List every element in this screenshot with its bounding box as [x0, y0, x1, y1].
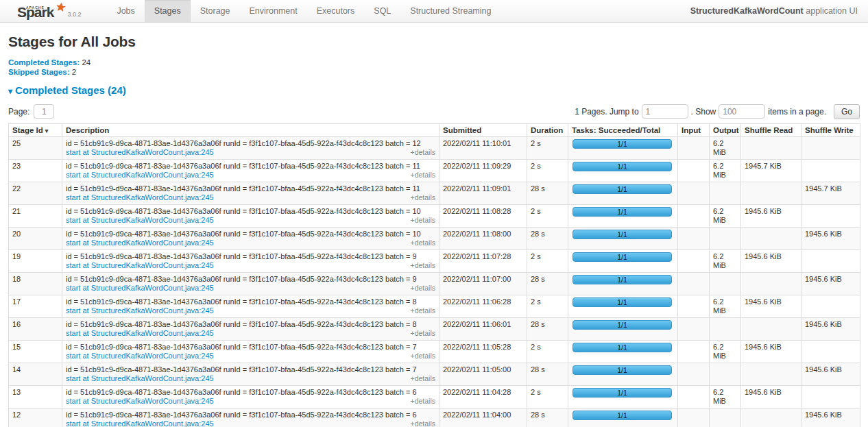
- header-duration[interactable]: Duration: [527, 123, 568, 136]
- page-number-input[interactable]: [34, 104, 54, 119]
- header-description[interactable]: Description: [62, 123, 439, 136]
- details-toggle[interactable]: +details: [411, 306, 435, 315]
- stage-detail-link[interactable]: start at StructuredKafkaWordCount.java:2…: [66, 239, 214, 247]
- stage-detail-link[interactable]: start at StructuredKafkaWordCount.java:2…: [66, 329, 214, 338]
- cell-shuffle-write: 1945.7 KiB: [801, 182, 860, 204]
- table-row: 18 id = 51cb91c9-d9ca-4871-83ae-1d4376a3…: [9, 272, 860, 295]
- task-progress: 1/1: [572, 162, 672, 171]
- header-stage-id[interactable]: Stage Id▾: [9, 123, 62, 136]
- cell-output: 6.2 MiB: [710, 136, 741, 159]
- tab-label: Jobs: [117, 6, 134, 16]
- details-toggle[interactable]: +details: [411, 374, 435, 383]
- tab-label: SQL: [374, 6, 391, 16]
- cell-duration: 2 s: [527, 340, 568, 363]
- stage-detail-link[interactable]: start at StructuredKafkaWordCount.java:2…: [66, 306, 214, 315]
- task-progress: 1/1: [572, 297, 672, 307]
- cell-shuffle-read: 1945.6 KiB: [741, 340, 801, 363]
- header-shuffle-read[interactable]: Shuffle Read: [741, 123, 801, 136]
- go-button[interactable]: Go: [834, 104, 860, 119]
- stage-detail-link[interactable]: start at StructuredKafkaWordCount.java:2…: [66, 216, 214, 225]
- cell-shuffle-write: [801, 295, 860, 317]
- header-shuffle-write[interactable]: Shuffle Write: [801, 123, 860, 136]
- cell-tasks: 1/1: [568, 204, 678, 227]
- cell-output: [710, 363, 741, 385]
- header-input[interactable]: Input: [678, 123, 710, 136]
- cell-duration: 28 s: [527, 317, 568, 340]
- tab-stages[interactable]: Stages: [145, 0, 191, 22]
- cell-shuffle-write: [801, 249, 860, 272]
- cell-output: 6.2 MiB: [710, 159, 741, 182]
- cell-description: id = 51cb91c9-d9ca-4871-83ae-1d4376a3a06…: [62, 182, 439, 204]
- cell-tasks: 1/1: [568, 295, 678, 317]
- details-toggle[interactable]: +details: [411, 171, 435, 180]
- stage-description-text: id = 51cb91c9-d9ca-4871-83ae-1d4376a3a06…: [66, 320, 435, 329]
- skipped-stages-label: Skipped Stages:: [8, 68, 69, 76]
- cell-input: [678, 182, 710, 204]
- cell-stage-id: 22: [9, 182, 62, 204]
- stage-detail-link[interactable]: start at StructuredKafkaWordCount.java:2…: [66, 193, 214, 202]
- stage-detail-link[interactable]: start at StructuredKafkaWordCount.java:2…: [66, 284, 214, 293]
- cell-stage-id: 18: [9, 272, 62, 295]
- cell-description: id = 51cb91c9-d9ca-4871-83ae-1d4376a3a06…: [62, 159, 439, 182]
- spark-logo[interactable]: APACHE Spark ★ 3.0.2: [17, 0, 88, 22]
- details-toggle[interactable]: +details: [411, 284, 435, 293]
- task-progress: 1/1: [572, 320, 672, 330]
- cell-input: [678, 159, 710, 182]
- table-row: 12 id = 51cb91c9-d9ca-4871-83ae-1d4376a3…: [9, 408, 860, 427]
- stage-description-text: id = 51cb91c9-d9ca-4871-83ae-1d4376a3a06…: [66, 411, 435, 419]
- cell-shuffle-write: [801, 340, 860, 363]
- cell-stage-id: 19: [9, 249, 62, 272]
- tab-sql[interactable]: SQL: [364, 0, 400, 22]
- jump-to-page-input[interactable]: [642, 104, 688, 119]
- stage-description-text: id = 51cb91c9-d9ca-4871-83ae-1d4376a3a06…: [66, 207, 435, 216]
- task-progress-bar: 1/1: [572, 184, 672, 194]
- items-per-page-label: items in a page.: [768, 107, 826, 117]
- cell-shuffle-read: [741, 272, 801, 295]
- details-toggle[interactable]: +details: [411, 148, 435, 157]
- details-toggle[interactable]: +details: [411, 352, 435, 361]
- header-output[interactable]: Output: [710, 123, 741, 136]
- cell-description: id = 51cb91c9-d9ca-4871-83ae-1d4376a3a06…: [62, 249, 439, 272]
- stage-detail-link[interactable]: start at StructuredKafkaWordCount.java:2…: [66, 352, 214, 361]
- tab-structured-streaming[interactable]: Structured Streaming: [400, 0, 501, 22]
- cell-shuffle-read: 1945.6 KiB: [741, 204, 801, 227]
- completed-stages-section-toggle[interactable]: ▾Completed Stages (24): [8, 84, 860, 96]
- header-tasks[interactable]: Tasks: Succeeded/Total: [568, 123, 678, 136]
- cell-tasks: 1/1: [568, 340, 678, 363]
- stage-detail-link[interactable]: start at StructuredKafkaWordCount.java:2…: [66, 374, 214, 383]
- tab-storage[interactable]: Storage: [191, 0, 240, 22]
- tab-jobs[interactable]: Jobs: [107, 0, 144, 22]
- cell-output: [710, 272, 741, 295]
- details-toggle[interactable]: +details: [411, 239, 435, 247]
- details-toggle[interactable]: +details: [411, 419, 435, 427]
- task-progress: 1/1: [572, 275, 672, 284]
- cell-input: [678, 408, 710, 427]
- cell-description: id = 51cb91c9-d9ca-4871-83ae-1d4376a3a06…: [62, 227, 439, 249]
- table-row: 25 id = 51cb91c9-d9ca-4871-83ae-1d4376a3…: [9, 136, 860, 159]
- cell-submitted: 2022/02/11 11:07:00: [439, 272, 527, 295]
- stage-detail-link[interactable]: start at StructuredKafkaWordCount.java:2…: [66, 148, 214, 157]
- tab-environment[interactable]: Environment: [240, 0, 307, 22]
- skipped-stages-summary: Skipped Stages: 2: [8, 68, 860, 77]
- task-progress-bar: 1/1: [572, 139, 672, 149]
- cell-submitted: 2022/02/11 11:08:28: [439, 204, 527, 227]
- completed-stages-table: Stage Id▾ Description Submitted Duration…: [8, 123, 860, 427]
- details-toggle[interactable]: +details: [411, 216, 435, 225]
- details-toggle[interactable]: +details: [411, 193, 435, 202]
- details-toggle[interactable]: +details: [411, 329, 435, 338]
- application-name: StructuredKafkaWordCount: [690, 6, 804, 16]
- details-toggle[interactable]: +details: [411, 397, 435, 406]
- cell-shuffle-read: [741, 227, 801, 249]
- details-toggle[interactable]: +details: [411, 261, 435, 270]
- cell-shuffle-write: [801, 204, 860, 227]
- stage-description-text: id = 51cb91c9-d9ca-4871-83ae-1d4376a3a06…: [66, 275, 435, 284]
- header-submitted[interactable]: Submitted: [439, 123, 527, 136]
- stage-detail-link[interactable]: start at StructuredKafkaWordCount.java:2…: [66, 171, 214, 180]
- stage-detail-link[interactable]: start at StructuredKafkaWordCount.java:2…: [66, 419, 214, 427]
- tab-executors[interactable]: Executors: [307, 0, 365, 22]
- cell-output: 6.2 MiB: [710, 295, 741, 317]
- stage-detail-link[interactable]: start at StructuredKafkaWordCount.java:2…: [66, 397, 214, 406]
- application-id: StructuredKafkaWordCount application UI: [690, 6, 858, 16]
- stage-detail-link[interactable]: start at StructuredKafkaWordCount.java:2…: [66, 261, 214, 270]
- items-per-page-input[interactable]: [719, 104, 765, 119]
